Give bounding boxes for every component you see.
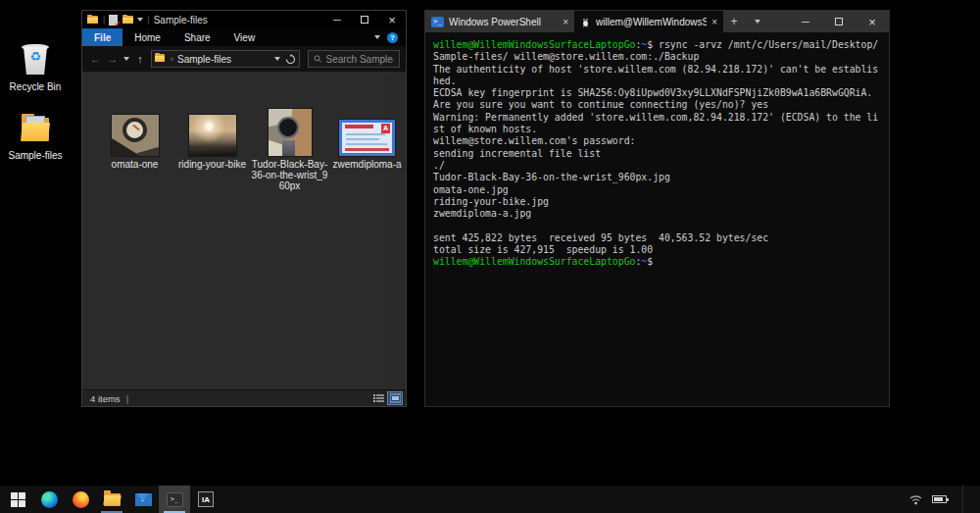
terminal-content[interactable]: willem@WillemWindowsSurfaceLaptopGo:~$ r… (425, 32, 889, 406)
desktop: ♻ Recycle Bin Sample-files | (0, 0, 980, 513)
folder-icon (155, 54, 167, 64)
minimize-button[interactable]: ─ (789, 11, 822, 32)
file-item-zwemdiploma[interactable]: A zwemdiploma-a (328, 91, 406, 170)
expand-ribbon-icon[interactable] (374, 35, 380, 39)
recycle-bin-icon: ♻ (19, 41, 52, 78)
tab-share[interactable]: Share (172, 28, 222, 46)
taskbar-edge-button[interactable] (33, 486, 65, 513)
file-item-riding-your-bike[interactable]: riding-your-bike (173, 91, 251, 170)
search-box[interactable] (308, 50, 400, 68)
window-title: Sample-files (154, 15, 208, 26)
explorer-status-bar: 4 items | (82, 389, 406, 406)
close-tab-icon[interactable]: × (563, 17, 568, 27)
mail-icon (135, 493, 152, 506)
details-view-button[interactable] (371, 392, 385, 404)
breadcrumb-separator-icon: › (171, 54, 173, 64)
start-button[interactable] (2, 486, 33, 513)
file-name: zwemdiploma-a (332, 159, 401, 170)
desktop-icon-list: ♻ Recycle Bin Sample-files (4, 41, 67, 179)
forward-button[interactable]: → (106, 53, 120, 65)
windows-logo-icon (11, 492, 25, 507)
properties-icon[interactable] (109, 15, 118, 26)
terminal-titlebar[interactable]: >_ Windows PowerShell × willem@WillemWin… (425, 11, 889, 32)
tab-wsl-willem[interactable]: willem@WillemWindowsSurfac × (574, 11, 723, 32)
new-tab-button[interactable]: + (723, 11, 745, 32)
recent-locations-icon[interactable] (123, 57, 129, 61)
tab-home[interactable]: Home (122, 28, 172, 46)
edge-icon (41, 491, 58, 508)
terminal-icon: >_ (167, 492, 183, 507)
up-button[interactable]: ↑ (133, 53, 147, 65)
minimize-button[interactable]: ─ (323, 11, 351, 28)
search-icon (314, 54, 321, 64)
file-item-omata-one[interactable]: omata-one (96, 91, 173, 170)
refresh-icon[interactable] (285, 54, 296, 65)
show-desktop-button[interactable] (962, 486, 966, 513)
tab-view[interactable]: View (222, 28, 268, 46)
desktop-icon-label: Recycle Bin (4, 81, 67, 92)
tab-dropdown-icon[interactable] (745, 11, 766, 32)
file-explorer-icon (104, 493, 121, 506)
windows-terminal-window: >_ Windows PowerShell × willem@WillemWin… (424, 10, 890, 407)
folder-icon (87, 15, 99, 25)
file-name: Tudor-Black-Bay-36-on-the-wrist_960px (251, 159, 328, 191)
battery-icon[interactable] (932, 495, 947, 503)
quick-access-toolbar-dropdown-icon[interactable] (137, 18, 143, 22)
close-tab-icon[interactable]: × (711, 17, 717, 27)
powershell-icon: >_ (431, 17, 444, 27)
file-thumbnail (269, 109, 312, 156)
thumbnails-view-button[interactable] (388, 392, 402, 404)
image-app-icon: IA (198, 491, 214, 507)
address-bar[interactable]: › Sample-files (151, 50, 300, 68)
breadcrumb[interactable]: Sample-files (177, 54, 231, 65)
tab-file[interactable]: File (82, 28, 122, 46)
wifi-icon[interactable] (909, 494, 922, 505)
file-list: omata-one riding-your-bike Tudor-Blac (82, 72, 406, 389)
close-button[interactable]: × (378, 11, 406, 28)
tab-windows-powershell[interactable]: >_ Windows PowerShell × (425, 11, 574, 32)
address-dropdown-icon[interactable] (274, 57, 280, 61)
linux-tux-icon (580, 16, 591, 27)
items-count: 4 items (90, 393, 121, 404)
file-thumbnail (112, 115, 159, 156)
system-tray (909, 486, 980, 513)
file-name: omata-one (112, 159, 159, 170)
desktop-icon-sample-files[interactable]: Sample-files (4, 110, 67, 161)
folder-icon (19, 110, 52, 147)
file-thumbnail: A (339, 120, 395, 156)
file-name: riding-your-bike (178, 159, 246, 170)
taskbar-mail-button[interactable] (127, 486, 159, 513)
taskbar-firefox-button[interactable] (65, 486, 96, 513)
taskbar-image-app-button[interactable]: IA (190, 486, 221, 513)
firefox-icon (73, 491, 89, 508)
file-thumbnail (189, 115, 236, 156)
close-button[interactable]: × (856, 11, 889, 32)
search-input[interactable] (325, 54, 394, 65)
maximize-button[interactable] (351, 11, 378, 28)
new-folder-icon[interactable] (122, 15, 134, 25)
back-button[interactable]: ← (88, 53, 102, 65)
taskbar-terminal-button[interactable]: >_ (159, 486, 190, 513)
taskbar: >_ IA (0, 486, 980, 513)
help-icon[interactable]: ? (387, 32, 398, 43)
ribbon-tab-bar: File Home Share View ? (82, 28, 406, 46)
maximize-button[interactable] (822, 11, 856, 32)
desktop-icon-label: Sample-files (4, 150, 67, 161)
explorer-titlebar[interactable]: | | Sample-files ─ × (82, 11, 406, 28)
file-item-tudor-watch[interactable]: Tudor-Black-Bay-36-on-the-wrist_960px (251, 91, 328, 191)
taskbar-file-explorer-button[interactable] (96, 486, 127, 513)
explorer-navigation-bar: ← → ↑ › Sample-files (82, 46, 406, 72)
file-explorer-window: | | Sample-files ─ × File Home Share Vie… (81, 10, 407, 407)
desktop-icon-recycle-bin[interactable]: ♻ Recycle Bin (4, 41, 67, 92)
